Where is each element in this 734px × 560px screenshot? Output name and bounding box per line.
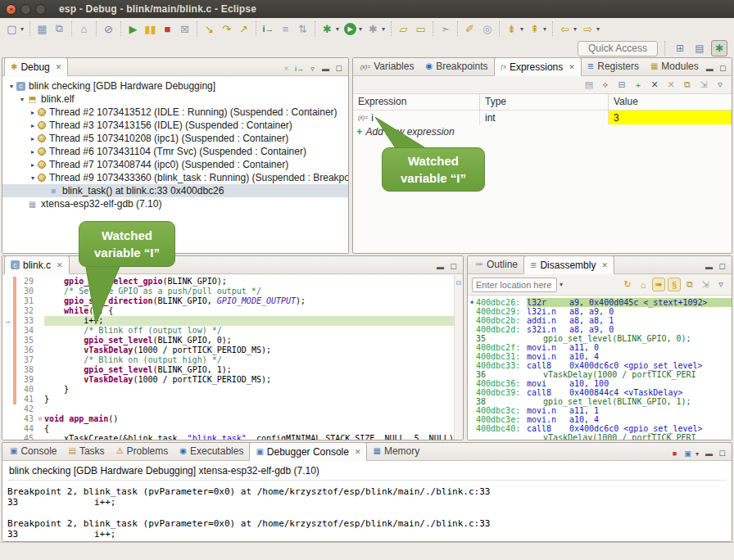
tree-twisty-icon[interactable]: ▾ bbox=[18, 96, 26, 103]
console-tab-problems[interactable]: ⚠Problems bbox=[111, 442, 174, 460]
disassembly-line[interactable]: 38gpio_set_level(BLINK_GPIO, 1); bbox=[468, 397, 732, 406]
show-logical-structure-icon[interactable]: ⟡ bbox=[599, 78, 612, 92]
instruction-stepping-icon[interactable]: i→ bbox=[261, 20, 276, 37]
disassembly-line[interactable]: 400dbc39:call80x400844c4 <vTaskDelay> bbox=[468, 388, 732, 397]
tree-twisty-icon[interactable]: ▸ bbox=[29, 122, 37, 129]
editor-line[interactable]: 32 while(1) { bbox=[2, 306, 463, 316]
breakpoint-ruler[interactable] bbox=[2, 336, 13, 345]
disassembly-tab-outline[interactable]: ≔Outline bbox=[469, 255, 523, 273]
last-edit-location-icon[interactable]: ⇞ bbox=[527, 20, 542, 37]
column-header-expression[interactable]: Expression bbox=[353, 94, 480, 110]
forward-icon[interactable]: ⇨ bbox=[580, 20, 596, 37]
editor-tab-close-icon[interactable]: ✕ bbox=[57, 261, 63, 269]
step-into-icon[interactable]: ↘ bbox=[202, 20, 217, 37]
back-icon[interactable]: ⇦ bbox=[557, 20, 573, 37]
breakpoint-ruler[interactable] bbox=[2, 287, 13, 296]
debug-tree-row[interactable]: ▸Thread #2 1073413512 (IDLE : Running) (… bbox=[2, 106, 348, 119]
suspend-icon[interactable]: ▮▮ bbox=[143, 20, 158, 37]
disassembly-line[interactable]: 400dbc33:call80x400dc6c0 <gpio_set_level… bbox=[468, 361, 732, 370]
expressions-tab-close-icon[interactable]: ✕ bbox=[569, 63, 575, 71]
console-tab-close-icon[interactable]: ✕ bbox=[355, 448, 361, 456]
search-icon[interactable]: ◎ bbox=[479, 20, 495, 37]
column-header-value[interactable]: Value bbox=[609, 94, 732, 110]
disassembly-line[interactable]: 400dbc3c:movi.na11, 1 bbox=[468, 406, 732, 415]
disassembly-location-input[interactable] bbox=[472, 278, 557, 292]
launch-config-icon[interactable]: ➣ bbox=[437, 20, 453, 37]
editor-line[interactable]: 42 bbox=[2, 404, 463, 414]
debug-tree-row[interactable]: ≡blink_task() at blink.c:33 0x400dbc26 bbox=[2, 184, 348, 197]
disconnect-icon[interactable]: ⊠ bbox=[177, 20, 193, 37]
disassembly-line[interactable]: 36vTaskDelay(1000 / portTICK_PERI bbox=[468, 370, 732, 379]
debug-tree-row[interactable]: ▸Thread #6 1073431104 (Tmr Svc) (Suspend… bbox=[2, 145, 348, 158]
tree-twisty-icon[interactable]: ▸ bbox=[29, 148, 37, 156]
add-expression-icon[interactable]: + bbox=[632, 78, 645, 92]
run-icon[interactable]: ▶ bbox=[344, 23, 356, 35]
tree-twisty-icon[interactable]: ▾ bbox=[29, 174, 37, 182]
breakpoint-ruler[interactable] bbox=[2, 345, 13, 355]
column-header-type[interactable]: Type bbox=[480, 94, 609, 110]
terminate-console-icon[interactable]: ■ bbox=[669, 449, 680, 458]
breakpoint-ruler[interactable] bbox=[2, 414, 13, 424]
pin-editor-dropdown-icon[interactable]: ▾ bbox=[520, 25, 523, 33]
console-tab-debugger-console[interactable]: ▣Debugger Console✕ bbox=[249, 442, 367, 461]
maximize-icon[interactable]: ☐ bbox=[448, 263, 459, 271]
forward-dropdown-icon[interactable]: ▾ bbox=[596, 25, 600, 33]
debug-dropdown-icon[interactable]: ▾ bbox=[336, 25, 339, 33]
new-view-icon[interactable]: ⧉ bbox=[683, 278, 696, 291]
open-project-icon[interactable]: ▱ bbox=[396, 20, 411, 37]
new-wizard-icon[interactable]: ▢ bbox=[4, 20, 20, 37]
debug-tree-row[interactable]: ▾⬒blink.elf bbox=[2, 93, 348, 106]
disassembly-line[interactable]: 400dbc36:movia10, 100 bbox=[468, 379, 732, 388]
format-icon[interactable]: ✐ bbox=[462, 20, 478, 37]
editor-line[interactable]: 39 vTaskDelay(1000 / portTICK_PERIOD_MS)… bbox=[2, 375, 463, 385]
maximize-icon[interactable]: ☐ bbox=[717, 449, 727, 458]
maximize-icon[interactable]: ☐ bbox=[717, 263, 727, 271]
back-dropdown-icon[interactable]: ▾ bbox=[573, 25, 577, 33]
editor-line[interactable]: →33 i++; bbox=[2, 316, 463, 326]
disassembly-line[interactable]: 400dbc3e:movi.na10, 4 bbox=[468, 415, 732, 424]
expressions-tab-registers[interactable]: ≣Registers bbox=[582, 57, 645, 75]
location-dropdown-icon[interactable]: ▾ bbox=[560, 281, 563, 288]
fold-marker-icon[interactable]: ⊖ bbox=[36, 414, 44, 424]
minimize-icon[interactable]: ▬ bbox=[320, 65, 331, 73]
pin-view-icon[interactable]: ⇲ bbox=[699, 278, 712, 291]
minimize-icon[interactable]: ▬ bbox=[705, 65, 715, 73]
editor-line[interactable]: 38 gpio_set_level(BLINK_GPIO, 1); bbox=[2, 365, 463, 375]
expressions-tab-expressions[interactable]: ƒxExpressions✕ bbox=[494, 57, 582, 76]
tree-twisty-icon[interactable]: ▸ bbox=[29, 109, 37, 116]
editor-line[interactable]: 36 vTaskDelay(1000 / portTICK_PERIOD_MS)… bbox=[2, 345, 463, 355]
home-icon[interactable]: ⌂ bbox=[637, 278, 650, 291]
tree-twisty-icon[interactable]: ▾ bbox=[7, 83, 16, 90]
display-selected-console-dropdown-icon[interactable]: ▾ bbox=[695, 450, 699, 458]
show-type-names-icon[interactable]: ▤ bbox=[582, 78, 596, 92]
maximize-icon[interactable]: ☐ bbox=[333, 65, 344, 73]
console-tab-console[interactable]: ▣Console bbox=[4, 442, 62, 460]
debug-tree-row[interactable]: ▸Thread #3 1073413156 (IDLE) (Suspended … bbox=[2, 119, 348, 132]
collapse-all-icon[interactable]: ⊟ bbox=[615, 78, 628, 92]
step-over-icon[interactable]: ↷ bbox=[219, 20, 234, 37]
breakpoint-ruler[interactable] bbox=[2, 326, 13, 336]
run-dropdown-icon[interactable]: ▾ bbox=[359, 25, 362, 33]
debug-tree-row[interactable]: ▾cblink checking [GDB Hardware Debugging… bbox=[2, 79, 348, 93]
disassembly-line[interactable]: 400dbc31:movi.na10, 4 bbox=[468, 352, 732, 361]
remove-terminated-icon[interactable]: ✕ bbox=[281, 65, 292, 73]
window-close-button[interactable]: × bbox=[6, 4, 16, 15]
remove-all-expressions-icon[interactable]: ✕ bbox=[664, 78, 677, 92]
tree-twisty-icon[interactable]: ▸ bbox=[29, 161, 37, 169]
breakpoint-ruler[interactable] bbox=[2, 424, 13, 434]
editor-line[interactable]: 41} bbox=[2, 395, 463, 404]
instruction-stepping-toggle-icon[interactable]: i→ bbox=[294, 65, 305, 73]
debug-tree-row[interactable]: ▾Thread #9 1073433360 (blink_task : Runn… bbox=[2, 171, 348, 184]
skip-breakpoints-icon[interactable]: ⊘ bbox=[101, 20, 116, 37]
minimize-icon[interactable]: ▬ bbox=[435, 263, 446, 271]
minimize-icon[interactable]: ▬ bbox=[704, 263, 714, 271]
step-filters-icon[interactable]: ⇅ bbox=[295, 20, 310, 37]
expression-value-cell[interactable]: 3 bbox=[609, 111, 732, 124]
cpp-perspective-icon[interactable]: ▤ bbox=[691, 40, 708, 56]
debug-tree-row[interactable]: ▸Thread #5 1073410208 (ipc1) (Suspended … bbox=[2, 132, 348, 145]
debug-tab-debug[interactable]: ✱Debug✕ bbox=[4, 57, 68, 76]
new-view-icon[interactable]: ⧉ bbox=[681, 78, 694, 92]
debug-perspective-icon[interactable]: ✱ bbox=[711, 40, 727, 56]
open-perspective-icon[interactable]: ⊞ bbox=[672, 40, 688, 56]
disassembly-line[interactable]: 400dbc2f:movi.na11, 0 bbox=[468, 343, 732, 352]
